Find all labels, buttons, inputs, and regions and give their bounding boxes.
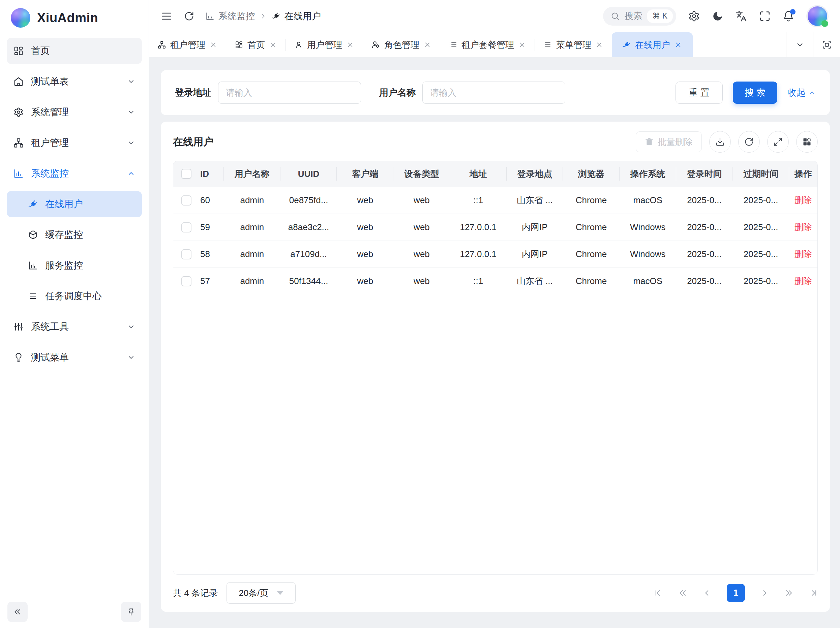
tab-bar: 租户管理 首页 用户管理 角色管理 bbox=[149, 32, 840, 57]
first-page-button[interactable] bbox=[654, 588, 663, 598]
tab-tenant-package-mgmt[interactable]: 租户套餐管理 bbox=[440, 32, 535, 57]
table-fullscreen-button[interactable] bbox=[767, 131, 789, 153]
sidebar-item-system-monitor[interactable]: 系统监控 bbox=[7, 161, 142, 187]
cell-id: 58 bbox=[200, 249, 210, 260]
tab-overflow-button[interactable] bbox=[786, 32, 813, 57]
settings-button[interactable] bbox=[688, 11, 700, 22]
cell-id: 59 bbox=[200, 222, 210, 233]
user-name-input[interactable] bbox=[422, 82, 565, 104]
global-search[interactable]: 搜索 ⌘ K bbox=[603, 7, 676, 25]
search-button[interactable]: 搜 索 bbox=[733, 82, 777, 104]
sidebar-subitem-cache-monitor[interactable]: 缓存监控 bbox=[7, 222, 142, 248]
lines-icon bbox=[544, 41, 552, 49]
tab-tenant-mgmt[interactable]: 租户管理 bbox=[149, 32, 226, 57]
page-size-value: 20条/页 bbox=[238, 587, 268, 599]
table-row: 57 admin 50f1344... web web ::1 山东省 ... … bbox=[173, 268, 818, 294]
reset-button[interactable]: 重 置 bbox=[676, 82, 723, 104]
tab-home[interactable]: 首页 bbox=[226, 32, 286, 57]
cell-os: macOS bbox=[619, 195, 676, 206]
sidebar-item-test-table[interactable]: 测试单表 bbox=[7, 68, 142, 94]
collapse-label: 收起 bbox=[788, 87, 805, 99]
next-5-pages-button[interactable] bbox=[784, 588, 794, 598]
sidebar-pin-button[interactable] bbox=[121, 602, 141, 622]
sidebar-item-system-mgmt[interactable]: 系统管理 bbox=[7, 99, 142, 125]
table-row: 60 admin 0e875fd... web web ::1 山东省 ... … bbox=[173, 187, 818, 214]
tab-online-users[interactable]: 在线用户 bbox=[612, 32, 693, 57]
export-button[interactable] bbox=[709, 131, 731, 153]
delete-row-link[interactable]: 删除 bbox=[794, 249, 812, 259]
filter-label: 用户名称 bbox=[379, 87, 415, 99]
delete-row-link[interactable]: 删除 bbox=[794, 195, 812, 205]
content-maximize-button[interactable] bbox=[813, 32, 840, 57]
refresh-table-button[interactable] bbox=[738, 131, 760, 153]
tab-menu-mgmt[interactable]: 菜单管理 bbox=[535, 32, 612, 57]
grid-settings-icon bbox=[802, 137, 812, 146]
column-settings-button[interactable] bbox=[796, 131, 818, 153]
sidebar-collapse-button[interactable] bbox=[8, 602, 28, 622]
close-icon[interactable] bbox=[674, 41, 682, 49]
dark-mode-toggle[interactable] bbox=[712, 11, 723, 22]
cell-login-time: 2025-0... bbox=[676, 249, 733, 260]
prev-page-button[interactable] bbox=[703, 588, 712, 598]
cell-login-time: 2025-0... bbox=[676, 276, 733, 286]
tab-user-mgmt[interactable]: 用户管理 bbox=[286, 32, 363, 57]
close-icon[interactable] bbox=[595, 41, 603, 49]
fullscreen-button[interactable] bbox=[759, 11, 771, 22]
batch-delete-button[interactable]: 批量删除 bbox=[636, 131, 702, 152]
close-icon[interactable] bbox=[424, 41, 431, 49]
tab-role-mgmt[interactable]: 角色管理 bbox=[363, 32, 440, 57]
cell-id: 57 bbox=[200, 276, 210, 286]
breadcrumb-item-system-monitor[interactable]: 系统监控 bbox=[205, 10, 255, 22]
breadcrumb-label: 系统监控 bbox=[218, 10, 255, 22]
chevron-up-icon bbox=[127, 170, 135, 178]
chevron-up-icon bbox=[808, 89, 816, 96]
hamburger-menu-button[interactable] bbox=[161, 10, 172, 22]
delete-row-link[interactable]: 删除 bbox=[794, 276, 812, 286]
row-checkbox[interactable] bbox=[182, 249, 191, 260]
row-checkbox[interactable] bbox=[182, 276, 191, 286]
cell-browser: Chrome bbox=[563, 276, 619, 286]
prev-5-pages-button[interactable] bbox=[678, 588, 688, 598]
notifications-button[interactable] bbox=[783, 11, 794, 22]
page-number-current[interactable]: 1 bbox=[727, 584, 745, 602]
double-chevron-left-icon bbox=[13, 608, 22, 616]
app-root: XiuAdmin 首页 测试单表 系统管理 租户管理 bbox=[0, 0, 840, 628]
row-checkbox[interactable] bbox=[182, 222, 191, 233]
refresh-page-button[interactable] bbox=[184, 11, 194, 21]
language-switch-button[interactable] bbox=[736, 11, 747, 22]
close-icon[interactable] bbox=[518, 41, 526, 49]
sidebar-subitem-service-monitor[interactable]: 服务监控 bbox=[7, 252, 142, 279]
last-page-button[interactable] bbox=[808, 588, 818, 598]
notification-badge bbox=[790, 9, 796, 14]
user-avatar[interactable] bbox=[806, 5, 829, 27]
sidebar-subitem-online-users[interactable]: 在线用户 bbox=[7, 191, 142, 217]
sidebar-subitem-label: 在线用户 bbox=[45, 198, 83, 211]
online-users-table: ID 用户名称 UUID 客户端 设备类型 地址 登录地点 浏览器 操作系统 登… bbox=[173, 161, 818, 575]
chevron-down-icon bbox=[796, 41, 804, 49]
double-chevron-right-icon bbox=[784, 588, 794, 598]
sidebar-item-home[interactable]: 首页 bbox=[7, 38, 142, 64]
header-cell: 操作系统 bbox=[619, 168, 676, 180]
next-page-button[interactable] bbox=[760, 588, 769, 598]
cell-device: web bbox=[393, 249, 450, 260]
tab-bar-tools bbox=[786, 32, 840, 57]
cell-location: 山东省 ... bbox=[507, 275, 563, 287]
close-icon[interactable] bbox=[346, 41, 354, 49]
sidebar-subitem-task-scheduler[interactable]: 任务调度中心 bbox=[7, 283, 142, 309]
sidebar-subitem-label: 任务调度中心 bbox=[45, 290, 102, 302]
close-icon[interactable] bbox=[210, 41, 217, 49]
login-address-input[interactable] bbox=[218, 82, 361, 104]
sidebar-subitem-label: 缓存监控 bbox=[45, 228, 83, 241]
row-checkbox[interactable] bbox=[182, 195, 191, 206]
select-all-checkbox[interactable] bbox=[182, 169, 191, 179]
page-size-select[interactable]: 20条/页 bbox=[226, 582, 295, 604]
collapse-filters-link[interactable]: 收起 bbox=[788, 87, 816, 99]
refresh-icon bbox=[184, 11, 194, 21]
moon-icon bbox=[712, 11, 723, 22]
sidebar-item-tenant-mgmt[interactable]: 租户管理 bbox=[7, 130, 142, 156]
delete-row-link[interactable]: 删除 bbox=[794, 222, 812, 232]
sidebar-item-system-tools[interactable]: 系统工具 bbox=[7, 314, 142, 340]
download-icon bbox=[715, 137, 725, 146]
sidebar-item-test-menu[interactable]: 测试菜单 bbox=[7, 344, 142, 371]
close-icon[interactable] bbox=[269, 41, 277, 49]
